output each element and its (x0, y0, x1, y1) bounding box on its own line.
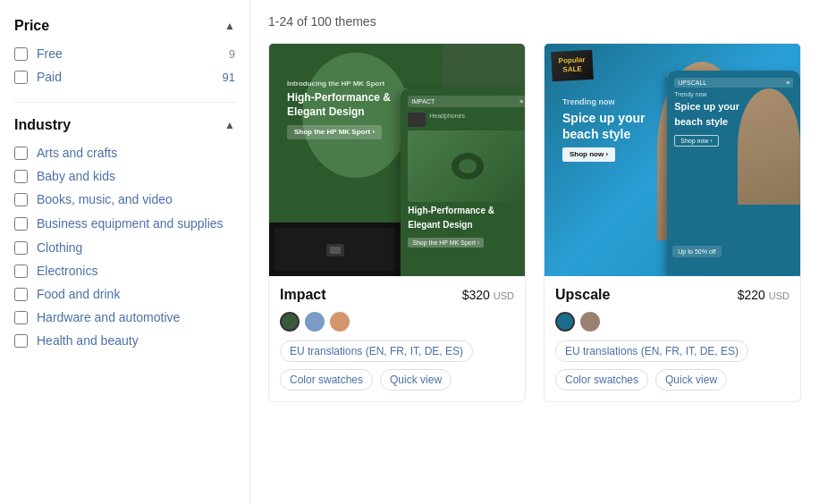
industry-books-label[interactable]: Books, music, and video (37, 192, 173, 206)
industry-books-item[interactable]: Books, music, and video (14, 192, 235, 206)
svg-point-1 (459, 159, 477, 173)
theme-preview-impact[interactable]: Introducing the HP MK Sport High-Perform… (269, 44, 525, 276)
upscale-sale-badge: PopularSALE (551, 50, 593, 81)
upscale-trending: Trending now (562, 97, 646, 108)
upscale-mobile-panel: UPSCALL ≡ Trendy now Spice up your beach… (667, 71, 800, 275)
price-free-checkbox[interactable] (14, 47, 28, 61)
industry-health-checkbox[interactable] (14, 334, 28, 348)
impact-headline2: Elegant Design (287, 105, 391, 120)
price-filter-header[interactable]: Price ▲ (14, 18, 235, 34)
impact-swatch-1[interactable] (280, 312, 300, 332)
industry-electronics-item[interactable]: Electronics (14, 264, 235, 278)
industry-filter-section: Industry ▲ Arts and crafts Baby and kids (14, 117, 235, 348)
theme-card-upscale: PopularSALE Trending now Spice up your b… (544, 43, 801, 402)
price-free-count: 9 (229, 47, 235, 61)
upscale-price: $220 USD (738, 288, 789, 302)
impact-mobile-headline2: Elegant Design (408, 220, 525, 231)
industry-business-item[interactable]: Business equipment and supplies (14, 215, 235, 231)
price-filter-label: Price (14, 18, 49, 34)
industry-filter-header[interactable]: Industry ▲ (14, 117, 235, 133)
impact-cta[interactable]: Shop the HP MK Sport › (287, 125, 382, 139)
theme-card-impact: Introducing the HP MK Sport High-Perform… (268, 43, 526, 402)
upscale-color-swatches-tag[interactable]: Color swatches (555, 369, 648, 391)
impact-mobile-headline1: High-Performance & (408, 206, 525, 216)
upscale-mobile-cta[interactable]: Shop now › (674, 135, 718, 147)
industry-clothing-item[interactable]: Clothing (14, 240, 235, 255)
industry-books-checkbox[interactable] (14, 193, 28, 206)
price-free-label[interactable]: Free (37, 46, 63, 61)
industry-baby-checkbox[interactable] (14, 170, 28, 183)
industry-baby-label[interactable]: Baby and kids (37, 169, 115, 183)
impact-name-price: Impact $320 USD (280, 287, 514, 303)
impact-intro: Introducing the HP MK Sport (287, 80, 391, 88)
upscale-name: Upscale (555, 287, 610, 303)
results-count: 1-24 of 100 themes (268, 14, 801, 29)
upscale-headline1: Spice up your (562, 110, 646, 126)
impact-mobile-overlay: IMPACT ≡ Headphones (401, 88, 525, 276)
impact-color-swatches (280, 312, 514, 332)
upscale-mobile-nav: UPSCALL ≡ (674, 78, 793, 88)
impact-text-overlay: Introducing the HP MK Sport High-Perform… (287, 80, 391, 139)
industry-health-label[interactable]: Health and beauty (37, 333, 139, 348)
industry-health-item[interactable]: Health and beauty (14, 333, 235, 348)
industry-arts-checkbox[interactable] (14, 147, 28, 160)
industry-hardware-item[interactable]: Hardware and automotive (14, 310, 235, 324)
impact-headline1: High-Performance & (287, 91, 391, 105)
upscale-cta[interactable]: Shop now › (562, 147, 615, 162)
industry-arts-label[interactable]: Arts and crafts (37, 146, 117, 160)
impact-mobile-icons: Headphones (408, 113, 525, 127)
impact-swatch-3[interactable] (330, 312, 350, 332)
impact-mobile-nav: IMPACT ≡ (408, 96, 525, 107)
main-content: 1-24 of 100 themes Introducing the HP MK… (250, 0, 819, 504)
theme-preview-upscale[interactable]: PopularSALE Trending now Spice up your b… (545, 44, 800, 276)
sidebar: Price ▲ Free 9 Paid 91 Ind (0, 0, 250, 504)
upscale-swatch-1[interactable] (555, 312, 575, 332)
industry-baby-item[interactable]: Baby and kids (14, 169, 235, 183)
industry-food-label[interactable]: Food and drink (37, 287, 120, 301)
industry-business-label[interactable]: Business equipment and supplies (37, 215, 224, 231)
impact-bottom-item-1 (274, 228, 395, 271)
price-paid-count: 91 (223, 71, 235, 84)
impact-color-swatches-tag[interactable]: Color swatches (280, 369, 373, 391)
industry-clothing-label[interactable]: Clothing (37, 240, 82, 255)
impact-swatch-2[interactable] (305, 312, 325, 332)
price-paid-checkbox[interactable] (14, 71, 28, 84)
upscale-theme-info: Upscale $220 USD EU translations (EN, FR… (545, 276, 800, 401)
industry-electronics-checkbox[interactable] (14, 265, 28, 278)
impact-mobile-bg (408, 130, 525, 202)
filter-divider (14, 102, 235, 103)
impact-theme-tags: EU translations (EN, FR, IT, DE, ES) Col… (280, 340, 514, 391)
upscale-name-price: Upscale $220 USD (555, 287, 789, 303)
upscale-quick-view-tag[interactable]: Quick view (655, 369, 727, 391)
upscale-text-box: Trending now Spice up your beach style S… (562, 97, 646, 162)
price-paid-label[interactable]: Paid (37, 70, 62, 84)
industry-hardware-checkbox[interactable] (14, 311, 28, 324)
industry-business-checkbox[interactable] (14, 217, 28, 231)
upscale-discount: Up to 50% off (672, 246, 721, 257)
upscale-theme-tags: EU translations (EN, FR, IT, DE, ES) Col… (555, 340, 789, 391)
impact-translations-tag[interactable]: EU translations (EN, FR, IT, DE, ES) (280, 340, 473, 362)
industry-food-checkbox[interactable] (14, 288, 28, 301)
upscale-mobile-woman (738, 88, 800, 205)
upscale-swatch-2[interactable] (580, 312, 600, 332)
industry-electronics-label[interactable]: Electronics (37, 264, 97, 278)
industry-hardware-label[interactable]: Hardware and automotive (37, 310, 180, 324)
impact-name: Impact (280, 287, 326, 303)
price-chevron-icon: ▲ (224, 20, 235, 32)
impact-mobile-cta[interactable]: Shop the HP MK Sport › (408, 238, 484, 248)
price-free-item[interactable]: Free 9 (14, 46, 235, 61)
upscale-translations-tag[interactable]: EU translations (EN, FR, IT, DE, ES) (555, 340, 748, 362)
industry-filter-label: Industry (14, 117, 71, 133)
upscale-color-swatches (555, 312, 789, 332)
themes-grid: Introducing the HP MK Sport High-Perform… (268, 43, 801, 402)
price-paid-item[interactable]: Paid 91 (14, 70, 235, 84)
impact-theme-info: Impact $320 USD EU translations (EN, FR,… (269, 276, 525, 401)
industry-arts-item[interactable]: Arts and crafts (14, 146, 235, 160)
industry-food-item[interactable]: Food and drink (14, 287, 235, 301)
svg-rect-3 (330, 247, 341, 254)
impact-quick-view-tag[interactable]: Quick view (380, 369, 452, 391)
industry-chevron-icon: ▲ (224, 119, 235, 131)
industry-clothing-checkbox[interactable] (14, 241, 28, 255)
impact-price: $320 USD (462, 288, 514, 302)
price-filter-section: Price ▲ Free 9 Paid 91 (14, 18, 235, 84)
